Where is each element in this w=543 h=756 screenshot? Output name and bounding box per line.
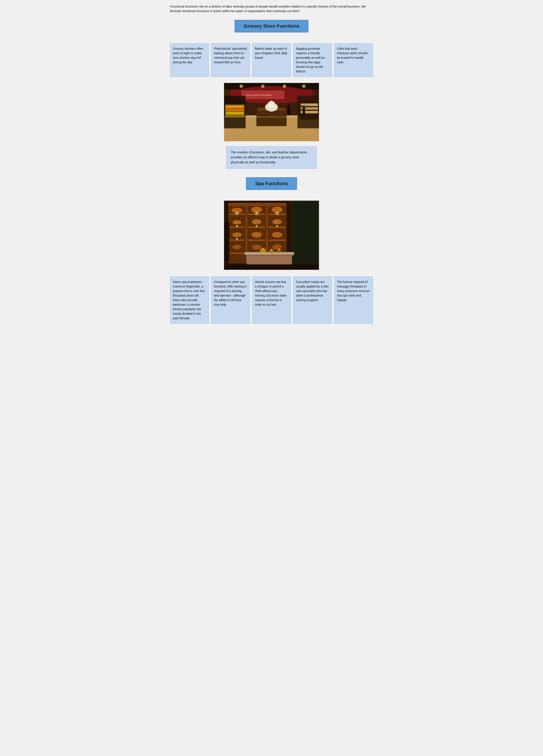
grocery-card-3: Bagging groceries requires a friendly pe… [293,43,332,77]
svg-text:Club C: Club C [301,105,306,106]
intro-text: Functional structures rely on a division… [170,4,373,13]
svg-point-75 [272,245,282,250]
grocery-section-title: Grocery Store Functions [235,20,308,32]
grocery-card-0: Grocery stockers often work at night to … [170,43,209,77]
grocery-card-1: Pharmacists' specialized training allows… [211,43,250,77]
svg-rect-49 [228,203,286,206]
svg-rect-96 [224,222,230,261]
svg-point-70 [252,232,262,238]
svg-rect-55 [230,253,245,254]
grocery-caption: The creation of produce, deli, and butch… [226,146,317,169]
svg-rect-30 [246,116,297,118]
svg-rect-43 [302,201,302,270]
spa-section-title: Spa Functions [246,177,297,190]
svg-point-10 [261,84,265,88]
svg-point-12 [302,84,305,88]
svg-point-67 [233,245,241,249]
grocery-store-image: Oven Fresh & Irresistible Club C Speci [224,83,319,141]
grocery-card-4: Folks that work checkout aisles should b… [334,43,373,77]
spa-card-4: The license required of massage therapis… [334,276,373,324]
svg-point-71 [252,245,262,250]
svg-point-80 [256,225,258,227]
spa-image-wrap [170,201,373,270]
svg-rect-21 [226,106,244,108]
svg-point-82 [276,225,278,227]
svg-rect-41 [295,201,296,270]
svg-rect-44 [305,201,305,270]
svg-point-32 [287,105,290,108]
svg-rect-22 [226,109,244,111]
spa-card-1: Compared to other spa functions, little … [211,276,250,324]
svg-point-33 [302,109,305,115]
svg-point-73 [272,219,282,224]
grocery-cards-row: Grocery stockers often work at night to … [170,43,373,77]
svg-point-84 [254,211,259,216]
svg-point-93 [271,249,272,251]
svg-rect-46 [311,201,312,270]
grocery-card-2: Bakers wake up early to give shoppers th… [252,43,291,77]
svg-point-65 [233,220,241,224]
svg-point-83 [235,211,240,216]
svg-rect-62 [269,240,285,241]
grocery-image-wrap: Oven Fresh & Irresistible Club C Speci [170,83,373,142]
svg-rect-95 [224,264,319,270]
svg-rect-40 [292,201,292,270]
svg-rect-23 [226,112,244,114]
svg-point-94 [278,248,280,251]
svg-point-66 [232,232,242,237]
svg-text:Oven Fresh & Irresistible: Oven Fresh & Irresistible [246,94,272,96]
svg-point-78 [236,238,238,240]
svg-point-77 [236,225,238,227]
svg-rect-42 [298,201,299,270]
svg-point-9 [240,84,243,88]
spa-card-3: Cucumber masks are usually applied by a … [293,276,332,324]
svg-point-31 [287,107,290,115]
svg-point-92 [262,248,264,251]
svg-point-69 [252,219,262,224]
spa-card-0: Some spa employees manicure fingernails,… [170,276,209,324]
svg-rect-47 [315,201,315,270]
svg-point-85 [274,211,280,216]
spa-cards-row: Some spa employees manicure fingernails,… [170,276,373,324]
svg-point-74 [272,232,282,238]
svg-point-34 [302,107,305,110]
svg-rect-45 [308,201,309,270]
spa-interior-image [224,201,319,270]
svg-rect-58 [248,240,265,241]
spa-card-2: Almost anyone can buy a shotgun or paren… [252,276,291,324]
svg-point-11 [283,84,286,88]
